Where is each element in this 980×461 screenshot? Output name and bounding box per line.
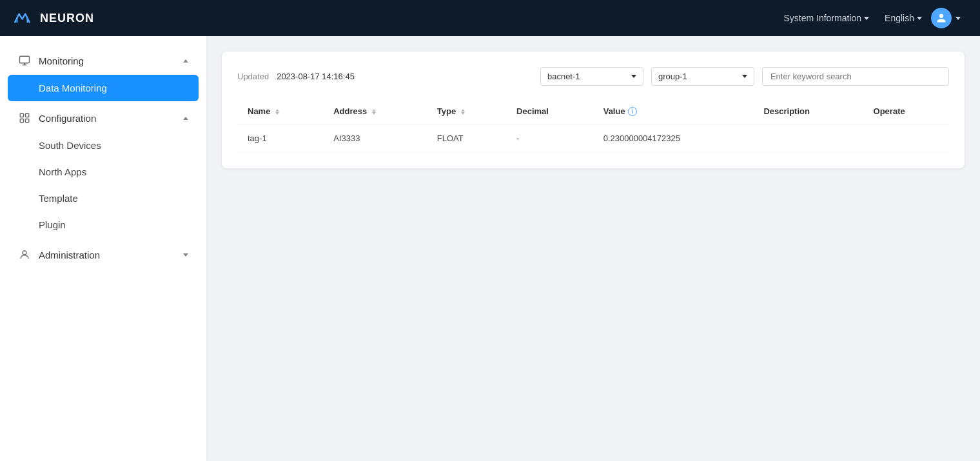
updated-time: 2023-08-17 14:16:45 xyxy=(277,72,355,81)
south-devices-label: South Devices xyxy=(39,140,101,151)
col-decimal-label: Decimal xyxy=(516,106,549,116)
group-select-value: group-1 xyxy=(658,72,687,81)
language-chevron-icon xyxy=(917,17,922,20)
plugin-label: Plugin xyxy=(39,219,66,230)
cell-description xyxy=(753,124,863,153)
configuration-chevron-icon xyxy=(183,117,188,120)
cell-operate[interactable] xyxy=(863,124,949,153)
col-operate: Operate xyxy=(863,99,949,124)
monitoring-label: Monitoring xyxy=(39,55,175,66)
topbar: Updated 2023-08-17 14:16:45 bacnet-1 gro… xyxy=(237,67,949,86)
sidebar-item-data-monitoring[interactable]: Data Monitoring xyxy=(8,75,199,101)
col-type: Type xyxy=(427,99,506,124)
cell-address: AI3333 xyxy=(323,124,427,153)
device-select-chevron-icon xyxy=(631,75,636,78)
monitoring-section: Monitoring Data Monitoring xyxy=(0,46,206,101)
col-value: Value i xyxy=(593,99,754,124)
user-chevron-nav[interactable] xyxy=(954,13,967,24)
svg-rect-5 xyxy=(20,119,23,123)
data-table: Name Address xyxy=(237,99,949,153)
type-sort-down-icon xyxy=(461,112,465,115)
search-input[interactable] xyxy=(762,67,949,86)
content-card: Updated 2023-08-17 14:16:45 bacnet-1 gro… xyxy=(222,52,965,168)
monitoring-section-header[interactable]: Monitoring xyxy=(0,46,206,75)
main-content: Updated 2023-08-17 14:16:45 bacnet-1 gro… xyxy=(206,36,980,461)
address-sort-up-icon xyxy=(372,109,376,112)
administration-section-header[interactable]: Administration xyxy=(0,240,206,269)
header-right: System Information English xyxy=(777,8,967,28)
user-icon xyxy=(936,13,946,23)
cell-value: 0.230000004172325 xyxy=(593,124,754,153)
col-description-label: Description xyxy=(763,106,810,116)
updated-label: Updated xyxy=(237,72,269,81)
name-sort-down-icon xyxy=(275,112,279,115)
configuration-section: Configuration South Devices North Apps T… xyxy=(0,104,206,238)
data-monitoring-label: Data Monitoring xyxy=(39,83,107,93)
svg-rect-6 xyxy=(26,119,29,123)
table-body: tag-1AI3333FLOAT-0.230000004172325 xyxy=(237,124,949,153)
administration-chevron-icon xyxy=(183,253,188,257)
north-apps-label: North Apps xyxy=(39,166,86,177)
sidebar-item-template[interactable]: Template xyxy=(0,185,206,211)
svg-rect-3 xyxy=(20,113,23,117)
system-info-nav[interactable]: System Information xyxy=(777,9,876,27)
svg-rect-2 xyxy=(20,56,30,63)
col-value-label: Value xyxy=(603,106,625,116)
col-address-label: Address xyxy=(333,106,367,116)
address-sort-down-icon xyxy=(372,112,376,115)
monitoring-chevron-icon xyxy=(183,59,188,63)
svg-rect-4 xyxy=(26,113,29,117)
cell-decimal: - xyxy=(506,124,593,153)
device-select-value: bacnet-1 xyxy=(547,72,580,81)
sidebar-item-south-devices[interactable]: South Devices xyxy=(0,132,206,159)
cell-type: FLOAT xyxy=(427,124,506,153)
device-select[interactable]: bacnet-1 xyxy=(540,67,643,86)
language-nav[interactable]: English xyxy=(878,9,928,27)
configuration-label: Configuration xyxy=(39,113,175,124)
name-sort-icon[interactable] xyxy=(275,109,279,115)
logo-icon xyxy=(13,9,34,27)
header-left: NEURON xyxy=(13,9,94,27)
type-sort-up-icon xyxy=(461,109,465,112)
col-type-label: Type xyxy=(437,106,456,116)
col-operate-label: Operate xyxy=(874,106,905,116)
table-header: Name Address xyxy=(237,99,949,124)
sidebar: Monitoring Data Monitoring Confi xyxy=(0,36,206,461)
sidebar-item-north-apps[interactable]: North Apps xyxy=(0,159,206,185)
system-info-chevron-icon xyxy=(864,17,869,20)
name-sort-up-icon xyxy=(275,109,279,112)
table-row: tag-1AI3333FLOAT-0.230000004172325 xyxy=(237,124,949,153)
col-description: Description xyxy=(753,99,863,124)
group-select[interactable]: group-1 xyxy=(651,67,754,86)
template-label: Template xyxy=(39,193,78,204)
sidebar-item-plugin[interactable]: Plugin xyxy=(0,211,206,238)
monitoring-icon xyxy=(18,54,31,67)
user-chevron-icon xyxy=(956,17,961,20)
user-avatar[interactable] xyxy=(931,8,952,28)
cell-name: tag-1 xyxy=(237,124,323,153)
value-info-icon[interactable]: i xyxy=(628,107,637,116)
administration-label: Administration xyxy=(39,250,175,260)
group-select-chevron-icon xyxy=(742,75,747,78)
system-info-label: System Information xyxy=(783,13,861,23)
language-label: English xyxy=(885,13,914,23)
configuration-icon xyxy=(18,112,31,124)
administration-section: Administration xyxy=(0,240,206,269)
col-name: Name xyxy=(237,99,323,124)
type-sort-icon[interactable] xyxy=(461,109,465,115)
col-name-label: Name xyxy=(248,106,270,116)
svg-point-7 xyxy=(23,251,26,255)
col-address: Address xyxy=(323,99,427,124)
col-value-wrapper: Value i xyxy=(603,106,637,116)
configuration-section-header[interactable]: Configuration xyxy=(0,104,206,132)
layout: Monitoring Data Monitoring Confi xyxy=(0,36,980,461)
col-decimal: Decimal xyxy=(506,99,593,124)
administration-icon xyxy=(18,248,31,261)
address-sort-icon[interactable] xyxy=(372,109,376,115)
header: NEURON System Information English xyxy=(0,0,980,36)
logo-text: NEURON xyxy=(40,12,94,25)
